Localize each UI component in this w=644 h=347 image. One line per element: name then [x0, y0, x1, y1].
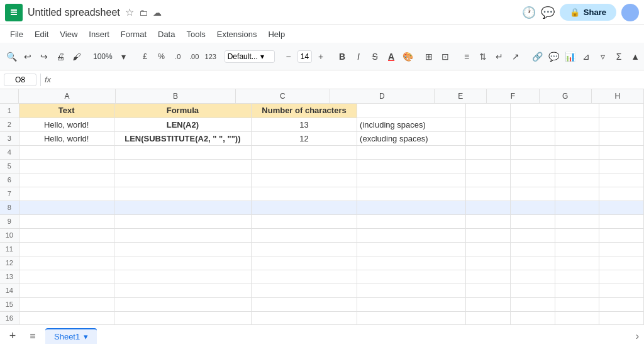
row-number-1[interactable]: 1 [0, 104, 19, 118]
cell-7-1[interactable] [114, 187, 251, 201]
currency-button[interactable]: £ [138, 50, 153, 63]
row-number-16[interactable]: 16 [0, 311, 19, 324]
cell-15-3[interactable] [357, 297, 466, 311]
cell-12-5[interactable] [511, 256, 555, 270]
cell-5-2[interactable] [251, 159, 357, 173]
cell-1-1[interactable]: Formula [114, 104, 251, 118]
print-button[interactable]: 🖨 [53, 49, 68, 64]
row-number-2[interactable]: 2 [0, 118, 19, 131]
search-button[interactable]: 🔍 [4, 49, 19, 64]
cell-2-7[interactable] [599, 118, 644, 131]
cell-5-0[interactable] [19, 159, 114, 173]
row-number-11[interactable]: 11 [0, 242, 19, 256]
zoom-dropdown-button[interactable]: ▾ [116, 49, 131, 64]
row-number-3[interactable]: 3 [0, 131, 19, 145]
bold-button[interactable]: B [335, 49, 350, 64]
cell-13-0[interactable] [19, 270, 114, 284]
scroll-right-button[interactable]: › [636, 331, 639, 342]
menu-insert[interactable]: Insert [84, 28, 114, 41]
avatar[interactable] [621, 4, 639, 21]
cell-14-5[interactable] [511, 284, 555, 297]
cell-13-3[interactable] [357, 270, 466, 284]
menu-extensions[interactable]: Extensions [212, 28, 262, 41]
strikethrough-button[interactable]: S [367, 49, 382, 64]
cell-14-0[interactable] [19, 284, 114, 297]
cell-13-5[interactable] [511, 270, 555, 284]
sheet-list-button[interactable]: ≡ [25, 328, 40, 344]
cell-10-1[interactable] [114, 228, 251, 242]
cell-2-2[interactable]: 13 [251, 118, 357, 131]
highlight-color-button[interactable]: 🎨 [400, 49, 415, 64]
decrease-decimal-button[interactable]: .0 [170, 50, 186, 63]
cell-1-5[interactable] [511, 104, 555, 118]
cell-13-4[interactable] [466, 270, 511, 284]
cloud-icon[interactable]: ☁ [153, 8, 162, 18]
cell-11-2[interactable] [251, 242, 357, 256]
cell-16-0[interactable] [19, 311, 114, 324]
cell-9-1[interactable] [114, 214, 251, 228]
cell-14-1[interactable] [114, 284, 251, 297]
cell-13-2[interactable] [251, 270, 357, 284]
text-wrapping-button[interactable]: ↵ [492, 49, 507, 64]
cell-5-4[interactable] [466, 159, 511, 173]
cell-9-7[interactable] [599, 214, 644, 228]
cell-11-3[interactable] [357, 242, 466, 256]
cell-10-3[interactable] [357, 228, 466, 242]
cell-12-6[interactable] [555, 256, 599, 270]
functions-button[interactable]: Σ [611, 49, 626, 64]
col-header-e[interactable]: E [435, 89, 487, 103]
font-size-display[interactable]: 14 [297, 50, 312, 63]
cell-7-6[interactable] [555, 187, 599, 201]
cell-2-5[interactable] [511, 118, 555, 131]
cell-reference-box[interactable]: O8 [4, 74, 36, 86]
cell-15-7[interactable] [599, 297, 644, 311]
star-icon[interactable]: ☆ [125, 6, 134, 18]
cell-14-6[interactable] [555, 284, 599, 297]
cell-4-2[interactable] [251, 145, 357, 159]
cell-4-4[interactable] [466, 145, 511, 159]
cell-4-1[interactable] [114, 145, 251, 159]
cell-15-1[interactable] [114, 297, 251, 311]
more-toolbar-button[interactable]: ▲ [628, 49, 643, 64]
col-header-h[interactable]: H [592, 89, 644, 103]
cell-11-6[interactable] [555, 242, 599, 256]
cell-11-7[interactable] [599, 242, 644, 256]
cell-4-7[interactable] [599, 145, 644, 159]
cell-1-4[interactable] [466, 104, 511, 118]
row-number-13[interactable]: 13 [0, 270, 19, 284]
menu-tools[interactable]: Tools [181, 28, 210, 41]
cell-10-4[interactable] [466, 228, 511, 242]
cell-14-3[interactable] [357, 284, 466, 297]
row-number-9[interactable]: 9 [0, 214, 19, 228]
cell-11-4[interactable] [466, 242, 511, 256]
horizontal-align-button[interactable]: ≡ [459, 49, 474, 64]
filter-views-button[interactable]: ▿ [595, 49, 610, 64]
cell-5-6[interactable] [555, 159, 599, 173]
cell-10-6[interactable] [555, 228, 599, 242]
menu-data[interactable]: Data [153, 28, 180, 41]
cell-3-2[interactable]: 12 [251, 131, 357, 145]
cell-4-6[interactable] [555, 145, 599, 159]
comment-icon[interactable]: 💬 [541, 6, 555, 19]
row-number-5[interactable]: 5 [0, 159, 19, 173]
cell-6-1[interactable] [114, 173, 251, 187]
cell-5-1[interactable] [114, 159, 251, 173]
row-number-4[interactable]: 4 [0, 145, 19, 159]
cell-12-0[interactable] [19, 256, 114, 270]
cell-6-2[interactable] [251, 173, 357, 187]
redo-button[interactable]: ↪ [36, 49, 52, 64]
cell-12-2[interactable] [251, 256, 357, 270]
cell-15-6[interactable] [555, 297, 599, 311]
cell-1-7[interactable] [599, 104, 644, 118]
cell-7-3[interactable] [357, 187, 466, 201]
undo-button[interactable]: ↩ [20, 49, 35, 64]
cell-9-4[interactable] [466, 214, 511, 228]
share-button[interactable]: 🔒 Share [560, 4, 616, 21]
insert-chart-button[interactable]: 📊 [562, 49, 577, 64]
menu-file[interactable]: File [5, 28, 28, 41]
merge-cells-button[interactable]: ⊡ [438, 49, 453, 64]
cell-8-2[interactable] [251, 201, 357, 214]
col-header-c[interactable]: C [236, 89, 330, 103]
cell-7-0[interactable] [19, 187, 114, 201]
row-number-6[interactable]: 6 [0, 173, 19, 187]
